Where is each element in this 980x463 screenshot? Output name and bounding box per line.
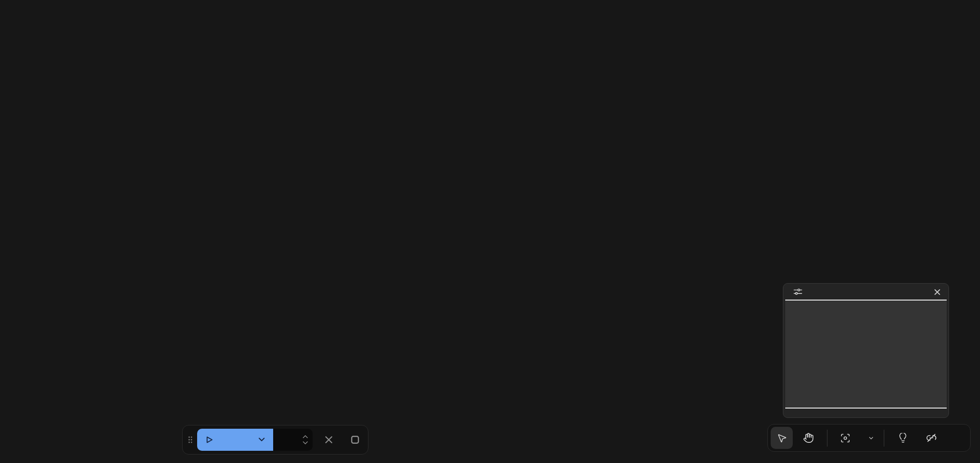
stop-button[interactable] (350, 435, 360, 445)
chevron-down-icon (868, 435, 874, 441)
stepper-up-icon[interactable] (302, 435, 308, 439)
stop-icon (350, 435, 360, 445)
minimap-close-icon[interactable] (933, 287, 942, 297)
pointer-icon (777, 433, 787, 443)
hand-icon (803, 432, 814, 443)
focus-icon (840, 433, 850, 443)
toggle-links-button[interactable] (920, 427, 942, 449)
toolbar-divider (827, 430, 827, 447)
play-icon (205, 435, 214, 444)
minimap-wires (785, 301, 947, 408)
cancel-icon (324, 435, 334, 445)
zoom-dropdown[interactable] (865, 435, 874, 441)
minimap-panel (783, 283, 949, 418)
run-toolbar (182, 425, 368, 455)
minimap[interactable] (785, 300, 947, 409)
queue-count-stepper[interactable] (302, 435, 308, 445)
run-button[interactable] (197, 429, 273, 451)
fit-view-button[interactable] (834, 427, 856, 449)
queue-count-box[interactable] (273, 429, 313, 451)
run-options-chevron-icon[interactable] (257, 435, 267, 445)
view-toolbar (767, 424, 971, 452)
theme-toggle-button[interactable] (892, 427, 914, 449)
toolbar-drag-handle[interactable] (188, 436, 193, 444)
minimap-header (783, 284, 949, 300)
stepper-down-icon[interactable] (302, 441, 308, 445)
cancel-run-button[interactable] (324, 435, 334, 445)
link-off-icon (926, 432, 937, 443)
minimap-options-icon[interactable] (793, 287, 803, 298)
toolbar-divider (884, 430, 884, 447)
select-tool-button[interactable] (771, 427, 793, 449)
pan-tool-button[interactable] (797, 427, 819, 449)
lightbulb-icon (898, 433, 908, 443)
